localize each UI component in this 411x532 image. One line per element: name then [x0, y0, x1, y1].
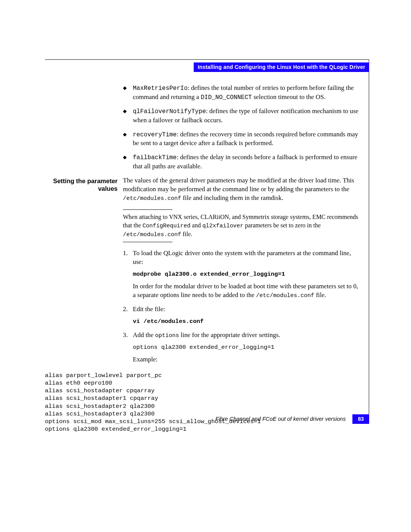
note-c2: ql2xfailover	[202, 223, 244, 229]
bullet-list: MaxRetriesPerIo: defines the total numbe…	[123, 84, 362, 171]
bullet-item: MaxRetriesPerIo: defines the total numbe…	[123, 84, 362, 102]
step-1: To load the QLogic driver onto the syste…	[123, 249, 362, 300]
footer: Fibre Channel and FCoE out of kernel dri…	[215, 414, 369, 424]
intro-code: /etc/modules.conf	[123, 195, 181, 202]
param-name: qlFailoverNotifyType	[133, 108, 206, 115]
section-intro: The values of the general driver paramet…	[123, 176, 362, 203]
param-desc-after: selection timeout to the OS.	[252, 93, 326, 101]
s3-code: options	[155, 332, 179, 339]
step3-text: Add the options line for the appropriate…	[133, 331, 362, 340]
param-bullets-row: MaxRetriesPerIo: defines the total numbe…	[45, 84, 362, 176]
step1-post: In order for the modular driver to be lo…	[133, 282, 362, 300]
step2-cmd: vi /etc/modules.conf	[133, 318, 362, 326]
step-3: Add the options line for the appropriate…	[123, 331, 362, 364]
bullet-item: recoveryTime: defines the recovery time …	[123, 130, 362, 148]
note-b: parameters be set to zero in the	[244, 222, 321, 228]
intro-b: file and including them in the ramdisk.	[181, 194, 283, 201]
step3-cmd: options qla2300 extended_error_logging=1	[133, 343, 362, 351]
param-code2: DID_NO_CONNECT	[201, 94, 252, 101]
page: Installing and Configuring the Linux Hos…	[0, 0, 411, 532]
footer-text: Fibre Channel and FCoE out of kernel dri…	[215, 415, 346, 423]
s1-post-b: file.	[314, 291, 326, 299]
intro-a: The values of the general driver paramet…	[123, 177, 354, 193]
step-2: Edit the file: vi /etc/modules.conf	[123, 305, 362, 326]
param-name: recoveryTime	[133, 131, 177, 138]
note-rule-top	[123, 209, 172, 210]
param-bullets: MaxRetriesPerIo: defines the total numbe…	[123, 84, 362, 176]
s3-b: line for the appropriate driver settings…	[179, 331, 280, 339]
note: When attaching to VNX series, CLARiiON, …	[123, 213, 362, 239]
note-end: file.	[181, 231, 192, 237]
note-c3: /etc/modules.conf	[123, 232, 181, 238]
param-name: failbackTime	[133, 154, 177, 161]
page-number: 83	[352, 414, 369, 424]
margin-heading: Setting the parameter values	[45, 176, 123, 193]
chapter-header: Installing and Configuring the Linux Hos…	[194, 62, 369, 72]
right-rule	[369, 59, 369, 422]
note-rule-bot	[123, 242, 172, 242]
section-row: Setting the parameter values The values …	[45, 176, 362, 369]
bullet-item: qlFailoverNotifyType: defines the type o…	[123, 107, 362, 125]
margin-empty	[45, 84, 123, 85]
note-mid: and	[191, 222, 202, 228]
content: MaxRetriesPerIo: defines the total numbe…	[45, 84, 362, 433]
example-label: Example:	[133, 355, 362, 364]
note-c1: ConfigRequired	[143, 223, 191, 229]
s3-a: Add the	[133, 331, 155, 339]
step2-text: Edit the file:	[133, 305, 362, 314]
param-name: MaxRetriesPerIo	[133, 85, 188, 92]
steps-list: To load the QLogic driver onto the syste…	[123, 249, 362, 364]
step1-text: To load the QLogic driver onto the syste…	[133, 249, 362, 267]
top-rule	[45, 59, 369, 60]
section-body: The values of the general driver paramet…	[123, 176, 362, 369]
step1-cmd: modprobe qla2300.o extended_error_loggin…	[133, 270, 362, 278]
bullet-item: failbackTime: defines the delay in secon…	[123, 153, 362, 171]
s1-post-code: /etc/modules.conf	[256, 292, 314, 299]
